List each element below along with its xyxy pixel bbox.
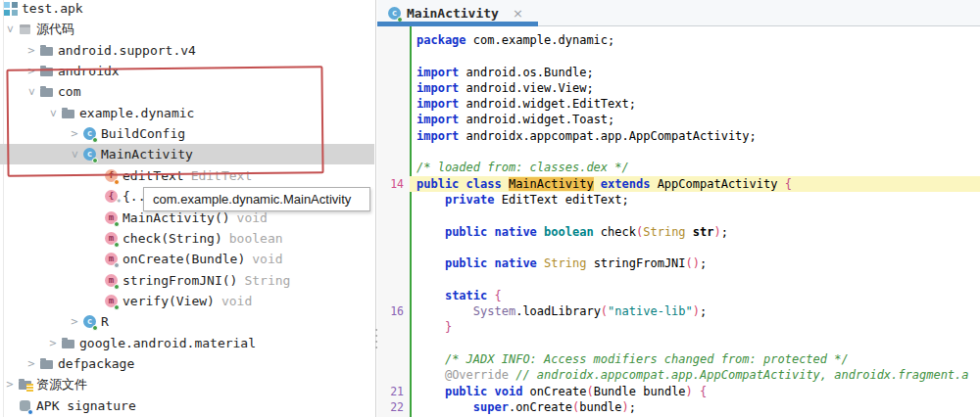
line-number (377, 144, 410, 160)
line-number (377, 65, 410, 80)
code-text (410, 271, 980, 287)
code-text: public void onCreate(Bundle bundle) { (410, 384, 980, 399)
tree-item-buildconfig[interactable]: >cBuildConfig (0, 123, 374, 144)
line-number (377, 240, 410, 255)
chevron-collapsed-icon[interactable]: > (45, 336, 61, 351)
code-line: } (377, 319, 980, 335)
line-number: 21 (377, 384, 410, 399)
chevron-placeholder (88, 168, 104, 184)
line-number (377, 48, 410, 64)
method-icon: m (104, 294, 120, 309)
tree-item-stringfromjni-[interactable]: mstringFromJNI()String (0, 270, 374, 291)
tree-item-label: APK signature (36, 398, 136, 413)
code-lines: package com.example.dynamic;import andro… (377, 32, 980, 415)
tree-item-type: void (221, 294, 252, 308)
code-editor[interactable]: package com.example.dynamic;import andro… (377, 26, 980, 417)
code-line: @Override // androidx.appcompat.app.AppC… (377, 367, 980, 383)
tree-item-label: google.android.material (79, 336, 256, 350)
tree-item-androidx[interactable]: >androidx (0, 61, 374, 81)
tree-item-verify-view-[interactable]: mverify(View)void (0, 291, 374, 311)
chevron-collapsed-icon[interactable]: > (67, 126, 82, 142)
code-line: static { (377, 288, 980, 303)
line-number (377, 192, 410, 208)
code-line: import android.os.Bundle; (377, 65, 980, 80)
tree-item-google-android-material[interactable]: >google.android.material (0, 333, 374, 353)
line-number (377, 288, 410, 303)
folder-icon (39, 356, 55, 372)
chevron-placeholder (88, 189, 104, 205)
code-line (377, 271, 980, 287)
line-number: 14 (377, 176, 410, 192)
code-text: /* loaded from: classes.dex */ (410, 160, 980, 175)
line-number (377, 208, 410, 223)
code-line (377, 240, 980, 255)
tree-item--[interactable]: >源代码 (0, 19, 374, 39)
class-icon: c (82, 126, 98, 142)
tree-item-example-dynamic[interactable]: >example.dynamic (0, 103, 374, 123)
tree-item-label: android.support.v4 (58, 43, 196, 58)
line-number: 22 (377, 399, 410, 415)
tree-item-edittext[interactable]: feditTextEditText (0, 165, 374, 186)
tree-item-check-string-[interactable]: mcheck(String)boolean (0, 228, 374, 249)
chevron-collapsed-icon[interactable]: > (24, 356, 39, 372)
tab-label: MainActivity (407, 6, 499, 21)
tree-item-label: editText (122, 168, 184, 183)
tree-item-label: defpackage (58, 356, 134, 371)
chevron-expanded-icon[interactable]: > (2, 22, 18, 37)
folder-icon (61, 336, 76, 351)
tree-item-com[interactable]: >com (0, 81, 374, 102)
tree-item--[interactable]: >资源文件 (0, 374, 374, 394)
chevron-expanded-icon[interactable]: > (67, 147, 82, 162)
chevron-collapsed-icon[interactable]: > (2, 377, 18, 393)
folder-icon (39, 84, 55, 100)
package-tree-panel: test.apk>源代码>android.support.v4>androidx… (0, 0, 376, 417)
tree-item-test-apk[interactable]: test.apk (0, 0, 374, 19)
folder-icon (39, 43, 55, 59)
code-line: import android.widget.Toast; (377, 112, 980, 127)
tree-item-defpackage[interactable]: >defpackage (0, 353, 374, 374)
code-line (377, 48, 980, 64)
panel-splitter[interactable] (375, 325, 378, 350)
line-number (377, 319, 410, 335)
code-text: public native boolean check(String str); (410, 224, 980, 240)
code-text: import android.os.Bundle; (410, 65, 980, 80)
tree-item-oncreate-bundle-[interactable]: monCreate(Bundle)void (0, 249, 374, 269)
tree-item-mainactivity[interactable]: >cMainActivity (0, 144, 374, 164)
tree-item-label: example.dynamic (79, 106, 194, 120)
code-text: public native String stringFromJNI(); (410, 255, 980, 271)
code-text: public class MainActivity extends AppCom… (410, 176, 980, 192)
chevron-collapsed-icon[interactable]: > (24, 43, 39, 59)
tooltip: com.example.dynamic.MainActivity (143, 187, 370, 211)
tree-item-type: String (244, 273, 290, 288)
tree-item-label: MainActivity() (122, 210, 230, 225)
line-number (377, 351, 410, 367)
tree-item-label: MainActivity (101, 147, 193, 162)
tree-item-android-support-v4[interactable]: >android.support.v4 (0, 40, 374, 61)
code-line: 16 System.loadLibrary("native-lib"); (377, 303, 980, 319)
code-line: /* JADX INFO: Access modifiers changed f… (377, 351, 980, 367)
code-text (410, 48, 980, 64)
chevron-collapsed-icon[interactable]: > (67, 314, 82, 330)
tree-item-apk-signature[interactable]: APK signature (0, 395, 374, 416)
tree-item-label: BuildConfig (101, 126, 185, 141)
line-number: 16 (377, 303, 410, 319)
chevron-collapsed-icon[interactable]: > (24, 64, 39, 79)
code-line: private EditText editText; (377, 192, 980, 208)
clinit-icon: {* (104, 189, 120, 205)
method-icon: m (104, 273, 120, 289)
tree-item-r[interactable]: >cR (0, 311, 374, 332)
code-text: /* JADX INFO: Access modifiers changed f… (410, 351, 980, 367)
chevron-placeholder (88, 294, 104, 309)
jadx-window: test.apk>源代码>android.support.v4>androidx… (0, 0, 980, 417)
chevron-placeholder (88, 231, 104, 247)
chevron-placeholder (88, 252, 104, 267)
chevron-expanded-icon[interactable]: > (45, 106, 61, 121)
line-number (377, 367, 410, 383)
chevron-expanded-icon[interactable]: > (24, 84, 39, 100)
tab-close-icon[interactable]: × (513, 7, 523, 20)
code-text: import androidx.appcompat.app.AppCompatA… (410, 128, 980, 144)
line-number (377, 80, 410, 96)
editor-panel: c MainActivity × package com.example.dyn… (377, 0, 980, 417)
code-line: import android.widget.EditText; (377, 96, 980, 112)
resource-folder-icon (18, 377, 33, 393)
